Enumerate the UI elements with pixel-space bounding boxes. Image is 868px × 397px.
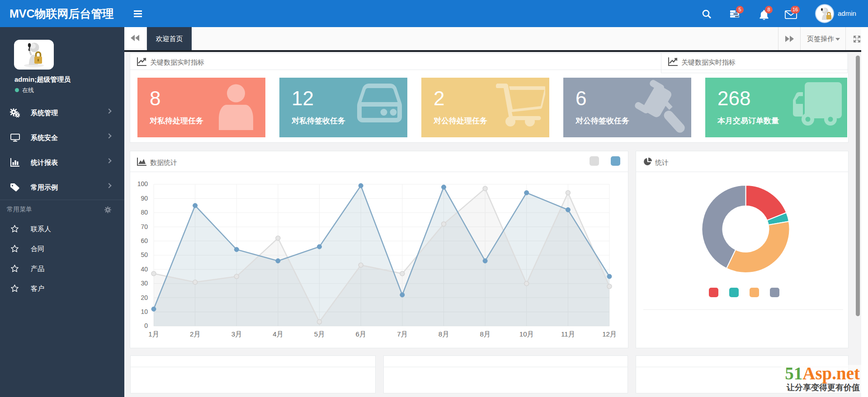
svg-text:11月: 11月 [561, 330, 575, 338]
svg-text:5月: 5月 [314, 330, 325, 338]
svg-text:12月: 12月 [602, 330, 617, 338]
svg-text:70: 70 [141, 223, 148, 230]
svg-text:60: 60 [141, 237, 148, 244]
svg-text:100: 100 [137, 180, 148, 187]
svg-text:10月: 10月 [519, 330, 534, 338]
svg-text:8月: 8月 [439, 330, 449, 338]
svg-text:2月: 2月 [190, 330, 200, 338]
svg-text:10: 10 [141, 308, 148, 315]
svg-text:8月: 8月 [480, 330, 490, 338]
svg-text:30: 30 [141, 280, 148, 287]
svg-text:0: 0 [144, 322, 148, 329]
svg-text:90: 90 [141, 195, 148, 202]
svg-text:6月: 6月 [356, 330, 366, 338]
svg-text:80: 80 [141, 209, 148, 216]
svg-text:40: 40 [141, 266, 148, 273]
svg-text:20: 20 [141, 294, 148, 301]
svg-text:50: 50 [141, 251, 148, 258]
svg-text:1月: 1月 [148, 330, 159, 338]
svg-text:4月: 4月 [273, 330, 283, 338]
svg-text:7月: 7月 [397, 330, 407, 338]
svg-text:3月: 3月 [231, 330, 242, 338]
